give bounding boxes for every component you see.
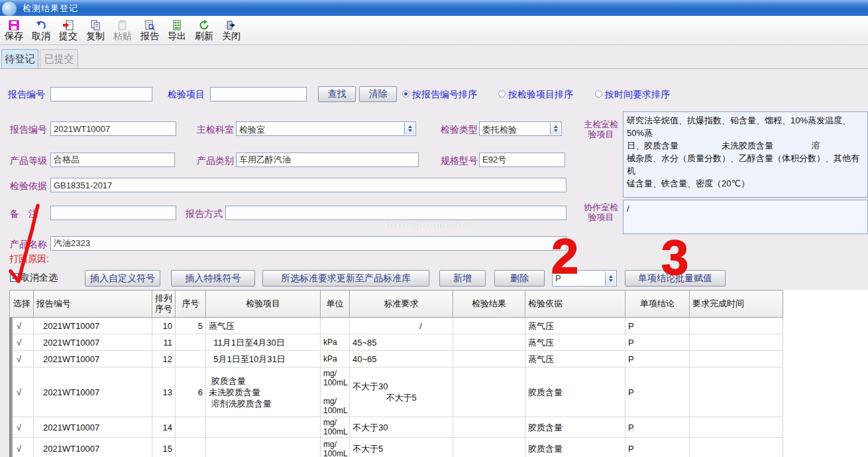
cell-report-no[interactable]: 2021WT10007: [34, 334, 152, 351]
cell-item[interactable]: 蒸气压: [206, 318, 321, 334]
cell-standard[interactable]: 45~85: [350, 334, 453, 351]
cell-deadline[interactable]: [690, 334, 783, 351]
cell-order[interactable]: 13: [152, 367, 176, 417]
submit-button[interactable]: 提交: [57, 17, 80, 44]
cell-conclusion[interactable]: P: [625, 417, 690, 438]
delete-button[interactable]: 删除: [494, 270, 545, 287]
cell-order[interactable]: 12: [152, 351, 176, 367]
product-name-input[interactable]: [50, 236, 567, 251]
clear-button[interactable]: 清除: [359, 86, 397, 102]
cell-report-no[interactable]: 2021WT10007: [34, 318, 152, 334]
cell-item[interactable]: 5月1日至10月31日: [206, 351, 321, 367]
insert-custom-symbol-button[interactable]: 插入自定义符号: [85, 270, 160, 287]
cell-basis[interactable]: 蒸气压: [525, 351, 625, 367]
cell-result[interactable]: [453, 334, 525, 351]
cell-basis[interactable]: 胶质含量: [525, 438, 625, 457]
close-button[interactable]: 关闭: [220, 17, 243, 44]
cell-order[interactable]: 11: [152, 334, 176, 351]
cell-standard[interactable]: 不大于30: [350, 417, 453, 438]
main-items-textarea[interactable]: 研究法辛烷值、抗爆指数、铅含量、馏程、10%蒸发温度、50%蒸 日、胶质含量 未…: [623, 111, 868, 198]
cell-item[interactable]: 胶质含量 未洗胶质含量 溶剂洗胶质含量: [206, 367, 321, 417]
basis-input[interactable]: [50, 178, 567, 192]
insert-special-symbol-button[interactable]: 插入特殊符号: [171, 270, 255, 287]
cell-conclusion[interactable]: P: [625, 318, 690, 334]
check-type-combo[interactable]: 委托检验: [479, 121, 562, 136]
cell-deadline[interactable]: [690, 351, 783, 367]
export-button[interactable]: 导出: [166, 17, 188, 44]
col-result[interactable]: 检验结果: [453, 291, 525, 318]
col-seq[interactable]: 序号: [176, 291, 206, 318]
cell-deadline[interactable]: [690, 438, 783, 457]
cell-report-no[interactable]: 2021WT10007: [34, 351, 152, 367]
cell-standard[interactable]: 不大于30 不大于5: [350, 367, 453, 417]
cell-seq[interactable]: 5: [176, 318, 206, 334]
cell-report-no[interactable]: 2021WT10007: [34, 417, 152, 438]
copy-button[interactable]: 复制: [84, 17, 107, 44]
cell-unit[interactable]: kPa: [321, 351, 350, 367]
cell-check[interactable]: √: [10, 334, 34, 351]
cell-seq[interactable]: [176, 417, 206, 438]
report-button[interactable]: 报告: [138, 17, 161, 44]
col-deadline[interactable]: 要求完成时间: [690, 291, 783, 318]
cell-unit[interactable]: kPa: [321, 334, 350, 351]
cell-order[interactable]: 15: [152, 438, 176, 457]
category-input[interactable]: [236, 153, 419, 167]
cell-seq[interactable]: [176, 351, 206, 367]
cell-basis[interactable]: 蒸气压: [525, 334, 625, 351]
col-basis[interactable]: 检验依据: [525, 291, 625, 318]
save-button[interactable]: 保存: [3, 17, 25, 44]
cell-deadline[interactable]: [690, 318, 783, 334]
cell-deadline[interactable]: [690, 367, 783, 417]
cell-report-no[interactable]: 2021WT10007: [34, 438, 152, 457]
col-standard[interactable]: 标准要求: [350, 291, 453, 318]
refresh-button[interactable]: 刷新: [193, 17, 215, 44]
report-no-input[interactable]: [50, 121, 176, 136]
cell-item[interactable]: [206, 417, 321, 438]
spinner-icon[interactable]: [550, 123, 561, 135]
uncheck-all-checkbox[interactable]: ✓: [10, 273, 19, 282]
cell-conclusion[interactable]: P: [625, 438, 690, 457]
search-item-input[interactable]: [210, 87, 307, 101]
cell-conclusion[interactable]: P: [625, 334, 690, 351]
cell-result[interactable]: [453, 367, 525, 417]
cell-standard[interactable]: 40~65: [350, 351, 453, 367]
tab-submitted[interactable]: 已提交: [40, 49, 78, 68]
col-conclusion[interactable]: 单项结论: [625, 291, 690, 318]
cell-item[interactable]: 11月1日至4月30日: [206, 334, 321, 351]
cell-item[interactable]: [206, 438, 321, 457]
search-report-no-input[interactable]: [50, 87, 152, 101]
cell-unit[interactable]: mg/ 100mL mg/ 100mL: [321, 367, 350, 417]
remark-input[interactable]: [50, 206, 176, 220]
spec-input[interactable]: [479, 153, 565, 167]
cell-order[interactable]: 14: [152, 417, 176, 438]
spinner-icon[interactable]: [404, 123, 415, 135]
spinner-icon[interactable]: [605, 271, 616, 285]
tab-pending[interactable]: 待登记: [1, 49, 38, 68]
cell-check[interactable]: √: [10, 417, 34, 438]
find-button[interactable]: 查找: [318, 86, 356, 102]
cell-unit[interactable]: mg/ 100mL: [321, 438, 350, 457]
col-order[interactable]: 排列 序号: [152, 291, 176, 318]
cell-result[interactable]: [453, 438, 525, 457]
sort-by-item-radio[interactable]: [498, 90, 506, 98]
col-item[interactable]: 检验项目: [206, 291, 321, 318]
cell-order[interactable]: 10: [152, 318, 176, 334]
cell-seq[interactable]: 6: [176, 367, 206, 417]
cell-result[interactable]: [453, 351, 525, 367]
conclusion-combo[interactable]: P: [552, 270, 617, 287]
col-unit[interactable]: 单位: [321, 291, 350, 318]
row-selector-gutter[interactable]: [9, 317, 13, 457]
cell-result[interactable]: [453, 318, 525, 334]
cell-seq[interactable]: [176, 334, 206, 351]
undo-button[interactable]: 取消: [30, 17, 52, 44]
col-select[interactable]: 选择: [10, 291, 34, 318]
sort-by-time-radio[interactable]: [595, 90, 602, 98]
cell-unit[interactable]: mg/ 100mL: [321, 417, 350, 438]
cell-unit[interactable]: [321, 318, 350, 334]
cell-report-no[interactable]: 2021WT10007: [34, 367, 152, 417]
cell-conclusion[interactable]: P: [625, 351, 690, 367]
dept-combo[interactable]: 检验室: [236, 121, 416, 136]
grade-input[interactable]: [50, 153, 175, 167]
batch-assign-button[interactable]: 单项结论批量赋值: [625, 270, 726, 287]
cell-check[interactable]: √: [10, 438, 34, 457]
